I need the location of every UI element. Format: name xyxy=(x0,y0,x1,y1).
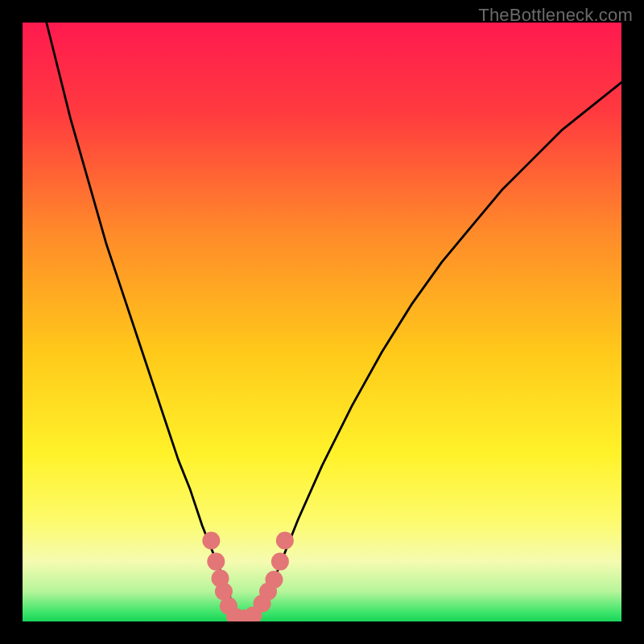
watermark-text: TheBottleneck.com xyxy=(478,5,633,26)
curve-marker xyxy=(276,532,294,550)
curve-marker xyxy=(202,532,220,550)
curve-marker xyxy=(271,553,289,571)
chart-container: TheBottleneck.com xyxy=(0,0,644,644)
chart-plot xyxy=(23,23,621,621)
curve-marker xyxy=(207,553,225,571)
curve-marker xyxy=(265,571,283,588)
gradient-background xyxy=(23,23,621,621)
